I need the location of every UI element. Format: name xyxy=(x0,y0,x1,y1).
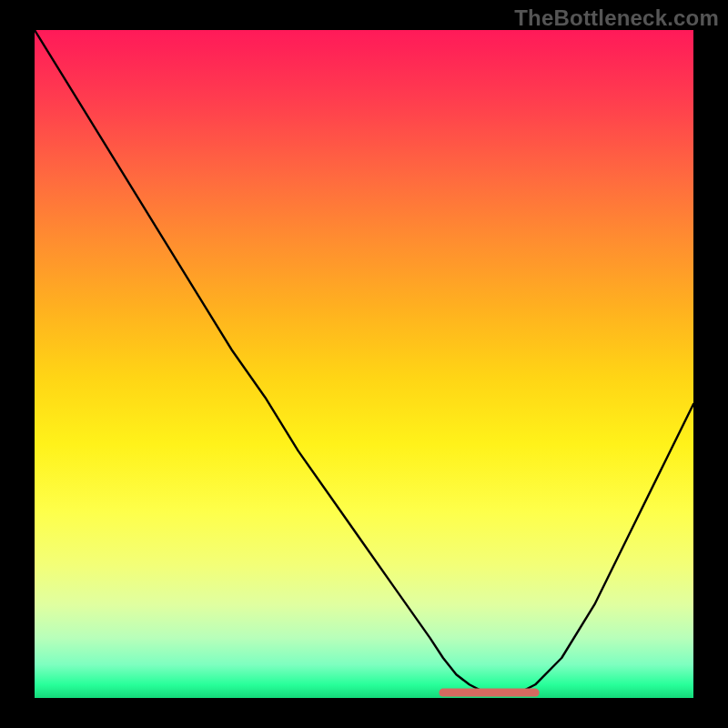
watermark-text: TheBottleneck.com xyxy=(514,5,719,31)
plot-area xyxy=(35,30,693,698)
bottleneck-curve-path xyxy=(35,30,693,694)
chart-svg xyxy=(35,30,693,698)
chart-frame: TheBottleneck.com xyxy=(0,0,728,728)
